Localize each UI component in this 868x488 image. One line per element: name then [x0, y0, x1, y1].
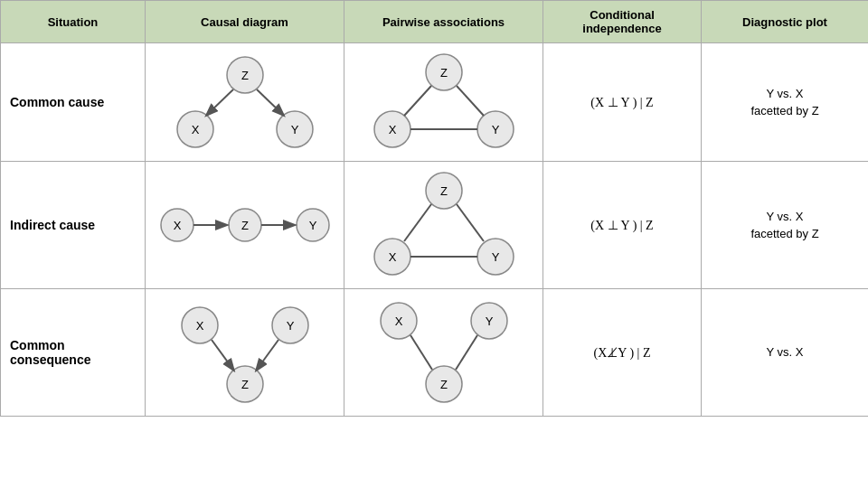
svg-text:Y: Y [286, 319, 294, 333]
svg-line-14 [404, 86, 431, 116]
table-row: Indirect cause X Z [1, 162, 869, 289]
svg-text:Y: Y [485, 314, 493, 328]
svg-text:Y: Y [290, 123, 298, 136]
conditional-independence-2: (X ⊥ Y ) | Z [543, 162, 702, 289]
svg-text:Y: Y [491, 250, 499, 264]
pairwise-diagram-3: X Y Z [344, 289, 543, 417]
svg-line-48 [410, 335, 432, 370]
svg-line-6 [207, 89, 233, 115]
svg-line-49 [456, 335, 477, 370]
svg-text:Z: Z [440, 378, 448, 391]
svg-text:Z: Z [241, 219, 249, 232]
situation-label-3: Common consequence [1, 289, 146, 417]
svg-text:X: X [388, 250, 396, 264]
conditional-independence-3: (X⊥̸Y ) | Z [543, 289, 702, 417]
conditional-independence-1: (X ⊥ Y ) | Z [543, 43, 702, 162]
diagnostic-plot-1: Y vs. X facetted by Z [702, 43, 869, 162]
diagnostic-plot-2: Y vs. X facetted by Z [702, 162, 869, 289]
pairwise-diagram-2: Z X Y [344, 162, 543, 289]
causal-diagram-3: X Y Z [146, 289, 344, 417]
header-situation: Situation [1, 1, 146, 43]
svg-line-32 [457, 204, 484, 241]
causal-diagram-1: Z X Y [146, 43, 344, 162]
header-conditional: Conditional independence [543, 1, 702, 43]
svg-line-15 [457, 86, 484, 116]
svg-text:X: X [394, 314, 402, 328]
svg-text:Z: Z [440, 66, 448, 80]
svg-text:Z: Z [241, 69, 249, 82]
svg-line-7 [257, 89, 283, 115]
header-causal: Causal diagram [146, 1, 344, 43]
causal-diagram-2: X Z Y [146, 162, 344, 289]
header-diagnostic: Diagnostic plot [702, 1, 869, 43]
svg-line-41 [257, 340, 278, 370]
svg-line-40 [212, 340, 233, 370]
table-row: Common cause Z X Y [1, 43, 869, 162]
svg-text:Z: Z [241, 378, 249, 391]
svg-text:Y: Y [308, 219, 316, 232]
svg-text:X: X [388, 123, 396, 136]
situation-label-2: Indirect cause [1, 162, 146, 289]
svg-text:X: X [191, 123, 199, 136]
svg-line-31 [404, 204, 431, 241]
table-row: Common consequence X Y [1, 289, 869, 417]
svg-text:X: X [173, 219, 181, 232]
pairwise-diagram-1: Z X Y [344, 43, 543, 162]
diagnostic-plot-3: Y vs. X [702, 289, 869, 417]
svg-text:X: X [195, 319, 203, 333]
svg-text:Z: Z [440, 184, 448, 198]
header-pairwise: Pairwise associations [344, 1, 543, 43]
svg-text:Y: Y [491, 123, 499, 136]
situation-label-1: Common cause [1, 43, 146, 162]
